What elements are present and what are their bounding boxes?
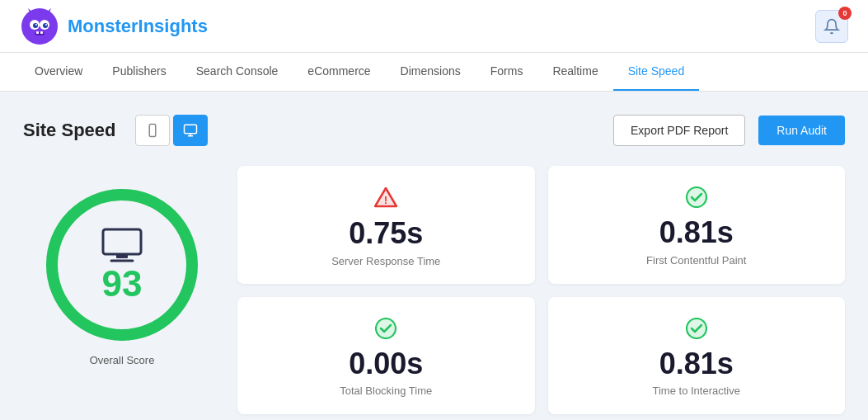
metric-card-total-blocking-time: 0.00s Total Blocking Time <box>237 297 535 415</box>
monitor-icon <box>101 228 143 262</box>
nav-item-search-console[interactable]: Search Console <box>181 53 293 91</box>
app-name-accent: Insights <box>138 16 208 36</box>
mobile-view-button[interactable] <box>135 115 170 146</box>
desktop-view-button[interactable] <box>173 115 208 146</box>
nav-item-overview[interactable]: Overview <box>20 53 97 91</box>
logo-area: MonsterInsights <box>20 7 208 46</box>
header: MonsterInsights 0 <box>0 0 868 53</box>
metric-value-total-blocking-time: 0.00s <box>349 347 423 380</box>
success-icon-first-contentful-paint <box>686 186 707 211</box>
nav-item-publishers[interactable]: Publishers <box>97 53 181 91</box>
metric-card-time-to-interactive: 0.81s Time to Interactive <box>548 297 846 415</box>
score-circle-container: 93 Overall Score <box>23 166 221 375</box>
svg-rect-10 <box>35 32 45 35</box>
run-audit-button[interactable]: Run Audit <box>758 116 845 145</box>
metric-card-server-response: ! 0.75s Server Response Time <box>237 166 535 284</box>
check-circle-icon-tti <box>686 318 707 339</box>
bell-icon <box>823 18 840 35</box>
title-row: Site Speed Export PDF Report Run Audit <box>23 115 845 146</box>
app-name-first: Monster <box>68 16 138 36</box>
header-right: 0 <box>815 10 848 43</box>
svg-rect-15 <box>185 125 197 134</box>
app-name: MonsterInsights <box>68 16 208 37</box>
metric-card-first-contentful-paint: 0.81s First Contentful Paint <box>548 166 846 284</box>
nav-item-ecommerce[interactable]: eCommerce <box>293 53 385 91</box>
score-value: 93 <box>102 266 143 302</box>
nav-item-realtime[interactable]: Realtime <box>537 53 612 91</box>
svg-point-4 <box>33 23 38 28</box>
success-icon-time-to-interactive <box>686 318 707 342</box>
warning-triangle-icon: ! <box>374 186 397 209</box>
overall-score-label: Overall Score <box>90 354 155 366</box>
notification-badge: 0 <box>838 7 852 20</box>
metric-label-first-contentful-paint: First Contentful Paint <box>646 254 746 267</box>
main-nav: Overview Publishers Search Console eComm… <box>0 53 868 92</box>
export-pdf-button[interactable]: Export PDF Report <box>613 115 745 146</box>
warning-icon-server-response: ! <box>374 186 397 212</box>
logo-icon <box>20 7 59 46</box>
metric-label-time-to-interactive: Time to Interactive <box>653 385 740 397</box>
metric-value-time-to-interactive: 0.81s <box>659 347 734 380</box>
device-toggle <box>135 115 208 146</box>
nav-item-forms[interactable]: Forms <box>476 53 538 91</box>
content-row: 93 Overall Score ! 0.75s Server Response… <box>23 166 845 414</box>
svg-point-5 <box>43 23 48 28</box>
circle-inner: 93 <box>40 182 204 347</box>
desktop-icon <box>183 123 198 138</box>
metric-label-total-blocking-time: Total Blocking Time <box>340 385 432 397</box>
metrics-grid: ! 0.75s Server Response Time 0.81s First… <box>237 166 845 414</box>
metric-value-first-contentful-paint: 0.81s <box>659 216 734 249</box>
page-title: Site Speed <box>23 120 115 141</box>
nav-item-dimensions[interactable]: Dimensions <box>386 53 476 91</box>
check-circle-icon-tbt <box>375 318 396 339</box>
main-content: Site Speed Export PDF Report Run Audit <box>0 92 868 420</box>
svg-point-6 <box>35 24 37 26</box>
metric-label-server-response: Server Response Time <box>331 255 440 267</box>
svg-rect-13 <box>150 125 157 137</box>
svg-rect-22 <box>116 254 128 258</box>
check-circle-icon-fcp <box>686 186 707 208</box>
success-icon-total-blocking-time <box>375 318 396 342</box>
svg-point-7 <box>45 24 47 26</box>
score-circle: 93 <box>40 182 204 347</box>
svg-rect-12 <box>40 31 43 34</box>
mobile-icon <box>145 123 160 138</box>
svg-text:!: ! <box>384 194 387 206</box>
svg-rect-21 <box>103 229 141 254</box>
notifications-button[interactable]: 0 <box>815 10 848 43</box>
metric-value-server-response: 0.75s <box>349 217 423 250</box>
nav-item-site-speed[interactable]: Site Speed <box>613 53 700 91</box>
svg-rect-11 <box>36 31 39 34</box>
